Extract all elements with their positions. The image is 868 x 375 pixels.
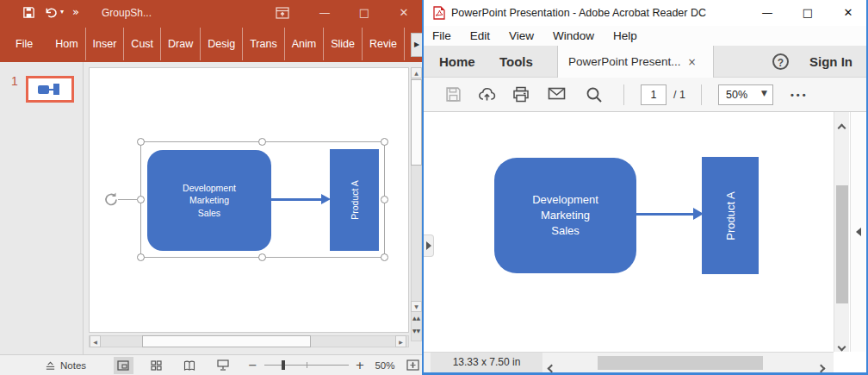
pdf-scroll-up-button[interactable]: [839, 119, 845, 134]
page-number-input[interactable]: 1: [641, 84, 666, 105]
product-a-shape[interactable]: Product A: [330, 149, 379, 251]
menu-edit[interactable]: Edit: [470, 29, 490, 42]
menu-file[interactable]: File: [432, 29, 451, 42]
tools-pane-expand-strip[interactable]: [850, 112, 865, 352]
save-icon[interactable]: [22, 6, 35, 22]
ppt-zoom-level[interactable]: 50%: [375, 360, 394, 371]
toolbar-overflow-button[interactable]: •••: [790, 90, 809, 100]
pdf-scroll-right-button[interactable]: [818, 359, 824, 375]
selection-handle-top-middle[interactable]: [258, 138, 266, 146]
ribbon-display-options-icon[interactable]: [276, 6, 289, 23]
save-icon[interactable]: [445, 86, 462, 106]
acrobat-close-button[interactable]: ✕: [836, 3, 860, 22]
ribbon-tab-draw[interactable]: Draw: [161, 28, 201, 60]
zoom-out-button[interactable]: −: [248, 359, 257, 372]
acrobat-minimize-button[interactable]: —: [755, 3, 779, 22]
sign-in-button[interactable]: Sign In: [809, 46, 852, 78]
fit-slide-to-window-button[interactable]: [404, 357, 424, 374]
ppt-vertical-scrollbar-thumb[interactable]: [411, 79, 422, 166]
cloud-upload-icon[interactable]: [478, 86, 496, 106]
undo-dropdown-icon[interactable]: ▾: [60, 8, 64, 16]
acrobat-bottom-bar: 13.33 x 7.50 in: [424, 352, 834, 372]
shape-text-line: Sales: [198, 207, 220, 220]
selection-handle-middle-right[interactable]: [381, 196, 388, 203]
tab-tools[interactable]: Tools: [499, 46, 533, 78]
ribbon-tab-insert[interactable]: Inser: [86, 28, 125, 60]
rotate-handle-icon[interactable]: [102, 191, 120, 211]
pdf-vertical-scrollbar[interactable]: [834, 112, 849, 352]
tab-document-active[interactable]: PowerPoint Present... ×: [557, 46, 714, 78]
notes-button[interactable]: Notes: [45, 360, 86, 371]
help-icon[interactable]: ?: [772, 53, 789, 70]
previous-slide-button[interactable]: ▲▲: [411, 316, 422, 320]
zoom-slider-thumb[interactable]: [282, 360, 285, 370]
email-icon[interactable]: [548, 86, 566, 104]
zoom-slider-center-tick: [307, 362, 307, 368]
tab-close-icon[interactable]: ×: [688, 56, 697, 68]
scroll-left-button[interactable]: ◀: [90, 335, 101, 347]
navigation-pane-expand-button[interactable]: [424, 234, 434, 257]
selection-handle-bottom-right[interactable]: [381, 253, 388, 261]
connector-arrow-line[interactable]: [271, 198, 323, 201]
reading-view-button[interactable]: [180, 357, 200, 374]
ppt-close-button[interactable]: ✕: [393, 5, 415, 21]
ribbon-tab-file[interactable]: File: [0, 28, 48, 60]
menu-view[interactable]: View: [509, 29, 534, 42]
slideshow-view-button[interactable]: [214, 357, 233, 374]
ribbon-tab-scroll-right-button[interactable]: ▶: [411, 33, 423, 57]
scroll-up-button[interactable]: ▲: [411, 67, 422, 78]
zoom-in-button[interactable]: +: [356, 359, 365, 372]
pdf-scroll-left-button[interactable]: [549, 359, 555, 375]
selection-handle-bottom-middle[interactable]: [258, 253, 266, 261]
zoom-level-dropdown[interactable]: 50% ▼: [718, 84, 773, 105]
ribbon-tab-animations[interactable]: Anim: [285, 28, 324, 60]
acrobat-menubar: File Edit View Window Help: [424, 26, 866, 46]
ribbon-tab-home[interactable]: Hom: [48, 28, 85, 60]
rotate-handle-line: [118, 199, 137, 200]
print-icon[interactable]: [512, 86, 530, 106]
shape-text-line: Development: [183, 182, 236, 195]
pdf-shape-text-line: Marketing: [541, 208, 590, 223]
search-icon[interactable]: [586, 86, 603, 107]
selection-handle-top-left[interactable]: [137, 138, 145, 146]
menu-help[interactable]: Help: [613, 29, 637, 42]
menu-window[interactable]: Window: [553, 29, 594, 42]
acrobat-maximize-button[interactable]: □: [796, 3, 820, 22]
selection-handle-top-right[interactable]: [381, 138, 388, 146]
ppt-horizontal-scrollbar-thumb[interactable]: [142, 335, 311, 347]
qat-more-commands-icon[interactable]: »: [72, 5, 79, 18]
shape-text-line: Marketing: [189, 194, 229, 207]
ribbon-tab-review[interactable]: Revie: [363, 28, 405, 60]
rounded-rectangle-shape[interactable]: Development Marketing Sales: [147, 150, 271, 251]
screen: ▾ » GroupSh... — □ ✕ File Hom Inser Cust…: [0, 0, 868, 375]
pdf-horizontal-scrollbar-thumb[interactable]: [598, 356, 763, 370]
pdf-shape-text-line: Development: [532, 192, 598, 208]
ppt-titlebar: ▾ » GroupSh... — □ ✕: [0, 0, 423, 26]
next-slide-button[interactable]: ▼▼: [411, 328, 422, 333]
scroll-down-button[interactable]: ▼: [411, 301, 422, 312]
tab-home[interactable]: Home: [439, 46, 475, 78]
pdf-scroll-down-button[interactable]: [839, 338, 845, 353]
scroll-right-button[interactable]: ▶: [395, 335, 406, 347]
pdf-vertical-scrollbar-thumb[interactable]: [836, 185, 848, 303]
ribbon-tab-design[interactable]: Desig: [201, 28, 243, 60]
powerpoint-window: ▾ » GroupSh... — □ ✕ File Hom Inser Cust…: [0, 0, 423, 375]
zoom-slider[interactable]: [264, 365, 349, 366]
slide-thumbnail[interactable]: [26, 76, 74, 103]
ribbon-tab-slideshow[interactable]: Slide: [324, 28, 363, 60]
ppt-minimize-button[interactable]: —: [313, 5, 336, 21]
slide-sorter-view-button[interactable]: [147, 357, 167, 374]
selection-handle-bottom-left[interactable]: [137, 253, 145, 261]
undo-icon[interactable]: [44, 6, 58, 22]
ppt-window-title: GroupSh...: [102, 7, 152, 19]
ribbon-tab-transitions[interactable]: Trans: [243, 28, 285, 60]
expand-right-icon: [426, 241, 431, 250]
pdf-document-area: Development Marketing Sales Product A: [424, 112, 865, 352]
normal-view-button[interactable]: [114, 357, 133, 374]
acrobat-app-icon: [432, 6, 446, 23]
selection-handle-middle-left[interactable]: [137, 196, 145, 203]
ppt-maximize-button[interactable]: □: [353, 5, 375, 21]
ribbon-tab-custom[interactable]: Cust: [124, 28, 161, 60]
pdf-shape-text-line: Sales: [551, 223, 580, 239]
acrobat-titlebar: PowerPoint Presentation - Adobe Acrobat …: [424, 0, 866, 26]
